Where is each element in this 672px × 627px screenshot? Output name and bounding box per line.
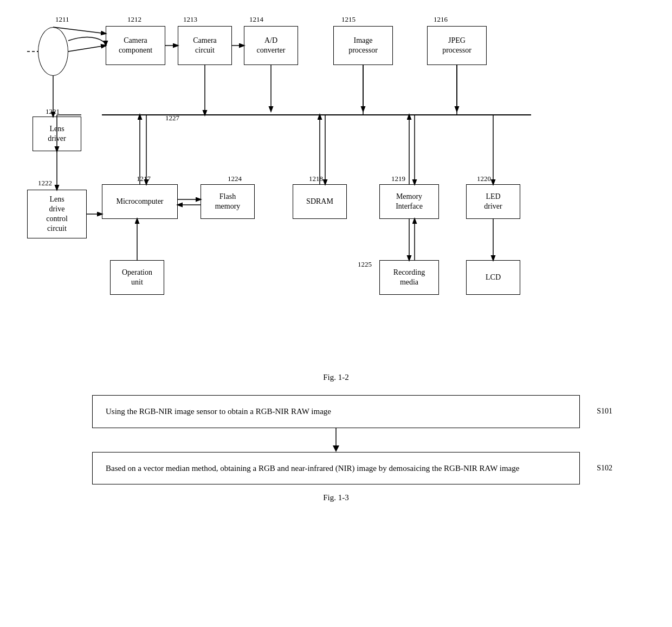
ref-1221: 1221 [46,107,60,116]
box-microcomputer: Microcomputer [102,184,178,219]
fig-1-2-caption: Fig. 1-2 [22,373,650,382]
box-image-processor: Imageprocessor [333,26,393,65]
box-camera-circuit: Cameracircuit [178,26,232,65]
step-s101-box: Using the RGB-NIR image sensor to obtain… [92,395,580,428]
ref-1222: 1222 [38,179,52,188]
box-sdram: SDRAM [293,184,347,219]
figure-1-2: 1211 1212 Cameracomponent 1213 Cameracir… [22,11,650,369]
step-s101: Using the RGB-NIR image sensor to obtain… [92,395,580,428]
step-s102-box: Based on a vector median method, obtaini… [92,452,580,485]
ref-1216: 1216 [434,15,448,24]
ref-1220: 1220 [477,174,491,183]
ref-1217: 1217 [137,174,151,183]
box-camera-component: Cameracomponent [106,26,165,65]
box-jpeg-processor: JPEGprocessor [427,26,487,65]
step-s102: Based on a vector median method, obtaini… [92,452,580,485]
box-led-driver: LEDdriver [466,184,520,219]
ref-1219: 1219 [391,174,405,183]
fig-1-3-caption: Fig. 1-3 [22,493,650,502]
box-recording-media: Recordingmedia [379,260,439,295]
box-lens-driver: Lensdriver [33,117,81,151]
box-lens-drive-control: Lensdrivecontrolcircuit [27,190,87,238]
svg-marker-32 [333,445,339,452]
flow-arrow-1 [92,428,580,452]
ref-1213: 1213 [183,15,197,24]
ref-1211: 1211 [55,15,69,24]
box-flash-memory: Flashmemory [201,184,255,219]
box-operation-unit: Operationunit [110,260,164,295]
ref-1212: 1212 [127,15,141,24]
box-memory-interface: MemoryInterface [379,184,439,219]
box-lcd: LCD [466,260,520,295]
svg-line-1 [68,46,106,51]
ref-1218: 1218 [309,174,323,183]
ref-1214: 1214 [249,15,263,24]
ref-1227: 1227 [165,114,179,122]
ref-1215: 1215 [341,15,356,24]
step-s102-label: S102 [597,464,612,473]
box-ad-converter: A/Dconverter [244,26,298,65]
ref-1225: 1225 [358,260,372,269]
step-s101-label: S101 [597,407,612,416]
figure-1-3: Using the RGB-NIR image sensor to obtain… [92,395,580,484]
oval-1211 [38,27,68,76]
ref-1224: 1224 [228,174,242,183]
